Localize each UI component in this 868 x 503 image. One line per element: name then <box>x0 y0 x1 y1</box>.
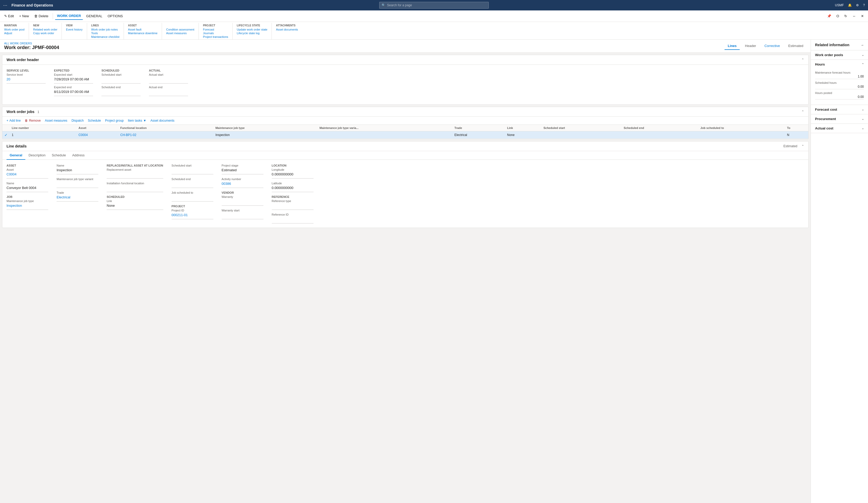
sched-start-group: Scheduled start <box>172 164 213 174</box>
detail-tab-description[interactable]: Description <box>25 151 49 160</box>
grid-scroll-area[interactable]: Line number Asset Functional location Ma… <box>2 125 808 139</box>
col-line-number[interactable]: Line number <box>10 125 76 131</box>
notification-icon[interactable]: 🔔 <box>848 3 852 7</box>
panel-hours-posted: Hours posted 0.00 <box>815 91 864 99</box>
search-icon: 🔍 <box>382 3 385 7</box>
ribbon-condition-assessment[interactable]: Condition assessment <box>166 28 194 31</box>
row-functional-location[interactable]: CH-BP1-02 <box>118 131 213 139</box>
job-section: JOB Maintenance job type Inspection <box>7 195 48 210</box>
tab-lines[interactable]: Lines <box>725 42 740 50</box>
scheduled-start-label: Scheduled start <box>102 73 141 76</box>
add-icon: + <box>7 119 8 122</box>
panel-work-order-pools: Work order pools ⌄ <box>811 50 868 60</box>
panel-forecast-header[interactable]: Forecast cost ⌄ <box>811 105 868 114</box>
name-col: Name Inspection Maintenance job type var… <box>56 164 98 223</box>
col-asset[interactable]: Asset <box>76 125 118 131</box>
panel-procurement-header[interactable]: Procurement ⌄ <box>811 114 868 123</box>
ribbon-view-title: VIEW <box>66 24 83 27</box>
col-maint-variant[interactable]: Maintenance job type varia... <box>318 125 452 131</box>
panel-pools-header[interactable]: Work order pools ⌄ <box>811 50 868 60</box>
panel-hours-header[interactable]: Hours ⌃ <box>811 60 868 69</box>
breadcrumb[interactable]: ALL WORK ORDERS <box>4 42 59 45</box>
ribbon-adjust[interactable]: Adjust <box>4 32 24 35</box>
tab-corrective[interactable]: Corrective <box>761 42 783 50</box>
ribbon-journals[interactable]: Journals <box>203 32 228 35</box>
office-button[interactable]: O <box>834 12 841 20</box>
col-scheduled-end[interactable]: Scheduled end <box>621 125 698 131</box>
activity-number-value[interactable]: 00386 <box>222 182 264 188</box>
panel-actual-cost-header[interactable]: Actual cost ⌄ <box>811 124 868 133</box>
col-to[interactable]: To <box>785 125 808 131</box>
col-functional-location[interactable]: Functional location <box>118 125 213 131</box>
ribbon-tools[interactable]: Tools <box>91 32 120 35</box>
delete-button[interactable]: 🗑 Delete <box>32 12 51 20</box>
line-details-title-bar[interactable]: Line details Estimated ⌃ <box>2 141 808 151</box>
asset-section-label: ASSET Asset C0004 <box>7 164 48 179</box>
ribbon-asset-fault[interactable]: Asset fault <box>128 28 157 31</box>
ribbon-forecast[interactable]: Forecast <box>203 28 228 31</box>
ribbon-lifecycle-state-log[interactable]: Lifecycle state log <box>237 32 267 35</box>
col-maint-job-type[interactable]: Maintenance job type <box>213 125 318 131</box>
right-panel-expand-icon[interactable]: → <box>860 43 864 47</box>
ribbon-project-transactions[interactable]: Project transactions <box>203 35 228 38</box>
general-tab[interactable]: GENERAL <box>84 12 104 20</box>
ribbon-work-order-job-notes[interactable]: Work order job notes <box>91 28 120 31</box>
detail-tab-general[interactable]: General <box>7 151 25 160</box>
ribbon-asset-documents[interactable]: Asset documents <box>276 28 298 31</box>
project-group-button[interactable]: Project group <box>105 119 124 122</box>
service-level-value[interactable]: 20 <box>7 77 46 83</box>
work-order-jobs-title-bar[interactable]: Work order jobs 1 ⌃ <box>2 107 808 117</box>
col-link[interactable]: Link <box>505 125 541 131</box>
work-order-tab[interactable]: WORK ORDER <box>55 12 83 20</box>
ribbon-related-work-order[interactable]: Related work order <box>33 28 58 31</box>
ribbon-lifecycle-items: Update work order state Lifecycle state … <box>237 28 267 35</box>
pin-button[interactable]: 📌 <box>825 12 833 20</box>
row-asset[interactable]: C0004 <box>76 131 118 139</box>
settings-icon[interactable]: ⚙ <box>856 3 859 7</box>
search-box[interactable]: 🔍 <box>379 2 489 9</box>
page-layout: ALL WORK ORDERS Work order: JPMF-00004 L… <box>0 40 868 503</box>
maint-job-type-value[interactable]: Inspection <box>7 204 48 210</box>
ribbon-event-history[interactable]: Event history <box>66 28 83 31</box>
scheduled-section: SCHEDULED Link None <box>107 195 163 210</box>
project-id-value[interactable]: 000211-01 <box>172 213 213 219</box>
search-input[interactable] <box>387 3 486 7</box>
project-group-label: Project group <box>105 119 124 122</box>
edit-button[interactable]: ✎ Edit <box>2 12 16 20</box>
tab-estimated[interactable]: Estimated <box>785 42 806 50</box>
ribbon-group-asset: ASSET Asset fault Maintenance downtime <box>128 23 162 39</box>
ribbon-work-order-pool[interactable]: Work order pool <box>4 28 24 31</box>
ribbon-maintenance-checklist[interactable]: Maintenance checklist <box>91 35 120 38</box>
ribbon-copy-work-order[interactable]: Copy work order <box>33 32 58 35</box>
help-icon[interactable]: ? <box>863 3 865 7</box>
add-line-button[interactable]: + Add line <box>7 119 21 122</box>
ribbon-asset-measures[interactable]: Asset measures <box>166 32 194 35</box>
remove-button[interactable]: 🗑 Remove <box>25 119 41 122</box>
new-button[interactable]: + New <box>17 12 31 20</box>
item-tasks-button[interactable]: Item tasks ▼ <box>128 119 146 122</box>
ribbon-asset2-items: Condition assessment Asset measures <box>166 28 194 35</box>
col-scheduled-start[interactable]: Scheduled start <box>541 125 622 131</box>
close-button[interactable]: ✕ <box>859 12 866 20</box>
refresh-button[interactable]: ↻ <box>842 12 849 20</box>
detail-tab-address[interactable]: Address <box>69 151 88 160</box>
expand-button[interactable]: ↔ <box>850 12 858 20</box>
col-trade[interactable]: Trade <box>452 125 505 131</box>
asset-measures-button[interactable]: Asset measures <box>45 119 67 122</box>
col-job-scheduled-to[interactable]: Job scheduled to <box>698 125 785 131</box>
dispatch-button[interactable]: Dispatch <box>71 119 84 122</box>
detail-tab-schedule[interactable]: Schedule <box>49 151 69 160</box>
asset-field-value[interactable]: C0004 <box>7 172 48 179</box>
schedule-button[interactable]: Schedule <box>88 119 101 122</box>
ribbon-update-work-order-state[interactable]: Update work order state <box>237 28 267 31</box>
trade-value[interactable]: Electrical <box>56 195 98 202</box>
app-grid-icon[interactable]: ⋯ <box>3 3 7 8</box>
options-tab[interactable]: OPTIONS <box>105 12 125 20</box>
work-order-header-title-bar[interactable]: Work order header ⌃ <box>2 55 808 65</box>
top-nav: ⋯ Finance and Operations 🔍 USMF 🔔 ⚙ ? <box>0 0 868 10</box>
table-row[interactable]: ✓ 1 C0004 CH-BP1-02 Inspection Electrica… <box>2 131 808 139</box>
asset-documents-button[interactable]: Asset documents <box>151 119 175 122</box>
tab-header[interactable]: Header <box>742 42 759 50</box>
row-line-number: 1 <box>10 131 76 139</box>
ribbon-maintenance-downtime[interactable]: Maintenance downtime <box>128 32 157 35</box>
